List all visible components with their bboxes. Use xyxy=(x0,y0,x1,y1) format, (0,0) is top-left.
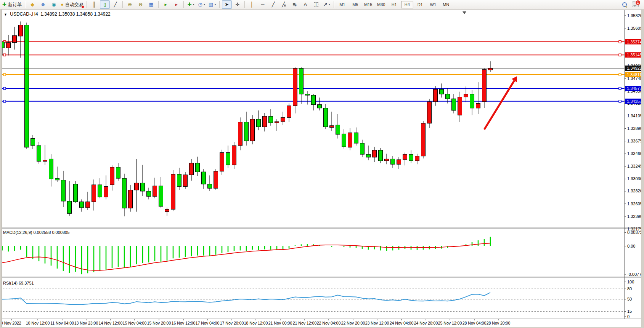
signals-icon[interactable]: ◉ xyxy=(49,0,59,9)
text-icon[interactable]: A xyxy=(300,0,310,9)
chart-canvas[interactable]: 1.358201.356051.349601.347451.345301.343… xyxy=(0,9,644,328)
equidistant-channel-icon[interactable]: ╱E xyxy=(279,0,289,9)
svg-text:1.32820: 1.32820 xyxy=(627,189,642,193)
new-order-label: 新订单 xyxy=(8,2,22,7)
auto-trading-button[interactable]: ●自动交易 xyxy=(59,0,85,9)
trendline-icon[interactable]: ╱ xyxy=(268,0,278,9)
svg-text:24 Nov 04:00: 24 Nov 04:00 xyxy=(390,321,414,325)
svg-text:21 Nov 00:00: 21 Nov 00:00 xyxy=(268,321,292,325)
equidistant-channel-sub: E xyxy=(284,4,286,7)
toolbar-separator xyxy=(158,1,159,8)
svg-text:13 Nov 23:00: 13 Nov 23:00 xyxy=(74,321,98,325)
crosshair-icon[interactable]: ✛ xyxy=(233,0,243,9)
timeframe-m30-button[interactable]: M30 xyxy=(375,1,387,8)
svg-text:24 Nov 20:00: 24 Nov 20:00 xyxy=(414,321,438,325)
hline-anchor[interactable] xyxy=(3,74,6,76)
megaphone-icon: ◆ xyxy=(31,2,34,7)
timeframe-m1-button[interactable]: M1 xyxy=(336,1,348,8)
auto-trading-icon: ● xyxy=(61,2,64,7)
notification-badge: 1 xyxy=(635,0,641,5)
svg-text:1.34577: 1.34577 xyxy=(627,86,642,91)
hline-anchor[interactable] xyxy=(619,41,621,43)
hline-anchor[interactable] xyxy=(619,87,621,90)
svg-text:1.32605: 1.32605 xyxy=(627,202,642,206)
chart-ohlc-values: 1.34892 1.35038 1.34858 1.34922 xyxy=(40,11,111,17)
svg-text:15: 15 xyxy=(627,309,632,314)
macd-indicator-label: MACD(12,26,9) 0.002558 0.000805 xyxy=(3,230,69,235)
hline-anchor[interactable] xyxy=(3,100,6,102)
toolbar-separator xyxy=(25,1,26,8)
chat-icon: 1 xyxy=(632,2,639,7)
zoom-out-icon[interactable]: ⊖ xyxy=(136,0,146,9)
hline-anchor[interactable] xyxy=(619,74,621,76)
vertical-line-icon[interactable]: │ xyxy=(247,0,257,9)
toolbar-separator xyxy=(183,1,184,8)
zoom-in-icon: ⊕ xyxy=(128,2,132,7)
new-order-icon: ✚ xyxy=(2,2,6,7)
publisher-icon[interactable]: ☻ xyxy=(38,0,48,9)
timeframe-mn-button[interactable]: MN xyxy=(440,1,452,8)
scroll-to-end-icon[interactable]: ▸ xyxy=(161,0,171,9)
timeframe-h1-button[interactable]: H1 xyxy=(388,1,400,8)
cursor-icon[interactable]: ➤ xyxy=(222,0,232,9)
svg-text:10 Nov 12:00: 10 Nov 12:00 xyxy=(26,321,50,325)
line-chart-icon: ╱ xyxy=(114,2,117,7)
horizontal-line-icon[interactable]: ─ xyxy=(258,0,268,9)
fibonacci-icon[interactable]: ≡F xyxy=(290,0,300,9)
timeframe-m5-button[interactable]: M5 xyxy=(349,1,361,8)
svg-text:9 Nov 2022: 9 Nov 2022 xyxy=(1,321,21,325)
hline-anchor[interactable] xyxy=(3,54,6,56)
svg-text:22 Nov 04:00: 22 Nov 04:00 xyxy=(317,321,341,325)
svg-text:1.33460: 1.33460 xyxy=(627,151,642,156)
timeframe-w1-button[interactable]: W1 xyxy=(427,1,439,8)
text-label-icon: T xyxy=(314,2,318,7)
megaphone-icon[interactable]: ◆ xyxy=(27,0,37,9)
svg-text:1.33245: 1.33245 xyxy=(627,164,642,168)
svg-text:23 Nov 12:00: 23 Nov 12:00 xyxy=(365,321,389,325)
periods-icon[interactable]: ◷▾ xyxy=(197,0,207,9)
svg-text:28 Nov 20:00: 28 Nov 20:00 xyxy=(487,321,511,325)
hline-anchor[interactable] xyxy=(619,100,621,102)
timeframe-d1-button[interactable]: D1 xyxy=(414,1,426,8)
svg-text:18 Nov 12:00: 18 Nov 12:00 xyxy=(244,321,268,325)
text-label-icon[interactable]: T xyxy=(311,0,321,9)
periods-caret-icon[interactable]: ▾ xyxy=(204,3,205,6)
notifications-button[interactable]: 1 xyxy=(630,0,640,9)
line-chart-icon[interactable]: ╱ xyxy=(111,0,120,9)
templates-caret-icon[interactable]: ▾ xyxy=(214,3,216,6)
arrows-tool-icon[interactable]: ↗▾ xyxy=(322,0,332,9)
hline-anchor[interactable] xyxy=(619,54,621,56)
cursor-icon: ➤ xyxy=(225,2,229,7)
svg-text:1.35820: 1.35820 xyxy=(627,13,642,18)
new-order-button[interactable]: ✚新订单 xyxy=(1,0,23,9)
arrows-tool-caret-icon[interactable]: ▾ xyxy=(329,3,330,6)
svg-text:100: 100 xyxy=(627,280,634,284)
svg-text:16 Nov 12:00: 16 Nov 12:00 xyxy=(172,321,196,325)
timeframe-h4-button[interactable]: H4 xyxy=(401,1,413,8)
bar-chart-icon[interactable]: ║ xyxy=(89,0,99,9)
tile-windows-icon[interactable]: ▦ xyxy=(146,0,156,9)
rsi-indicator-label: RSI(14) 69.3751 xyxy=(3,281,34,285)
left-window-strip xyxy=(0,9,2,328)
svg-text:1.34811: 1.34811 xyxy=(627,72,642,77)
new-chart-icon: ✚ xyxy=(188,2,192,7)
search-button[interactable] xyxy=(620,0,630,9)
new-chart-icon[interactable]: ✚▾ xyxy=(186,0,196,9)
zoom-in-icon[interactable]: ⊕ xyxy=(125,0,135,9)
crosshair-icon: ✛ xyxy=(235,2,239,7)
svg-text:50: 50 xyxy=(627,297,632,301)
zoom-out-icon: ⊖ xyxy=(138,2,143,7)
candlestick-chart-icon[interactable]: ▯ xyxy=(100,0,110,9)
svg-text:28 Nov 04:00: 28 Nov 04:00 xyxy=(463,321,487,325)
search-icon xyxy=(622,2,627,7)
hline-anchor[interactable] xyxy=(3,87,6,90)
chart-window: 1.358201.356051.349601.347451.345301.343… xyxy=(0,9,644,328)
svg-text:17 Nov 04:00: 17 Nov 04:00 xyxy=(196,321,220,325)
chart-auto-scroll-icon[interactable]: ▸ xyxy=(172,0,181,9)
publisher-icon: ☻ xyxy=(40,2,46,7)
timeframe-m15-button[interactable]: M15 xyxy=(362,1,374,8)
templates-icon[interactable]: ▧▾ xyxy=(207,0,217,9)
new-chart-caret-icon[interactable]: ▾ xyxy=(193,3,194,6)
periods-icon: ◷ xyxy=(198,2,202,7)
chevron-down-icon[interactable]: ▼ xyxy=(4,13,7,16)
